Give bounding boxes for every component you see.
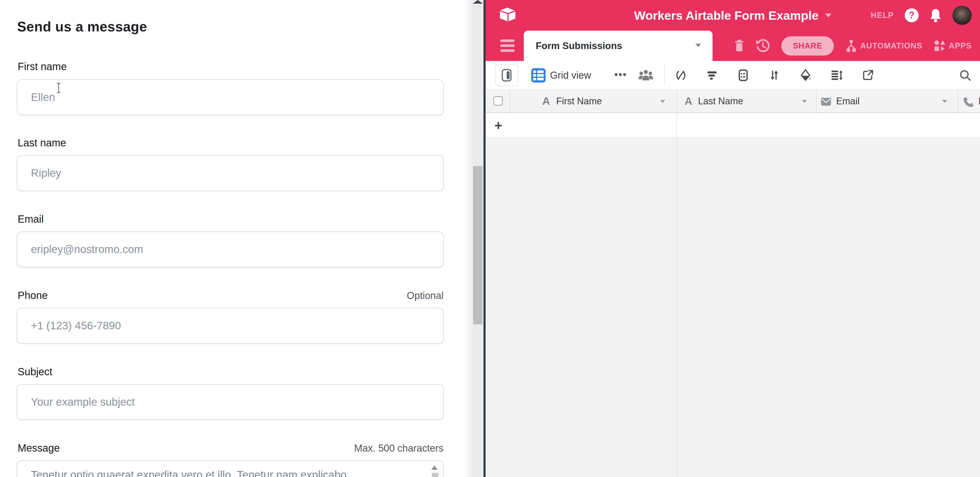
last-name-input[interactable] bbox=[17, 155, 444, 191]
row-height-icon[interactable] bbox=[830, 69, 843, 81]
column-caret-down-icon[interactable] bbox=[942, 100, 947, 103]
group-icon[interactable] bbox=[737, 69, 749, 81]
airtable-tabbar: Form Submissions SHARE bbox=[485, 31, 980, 61]
table-tab-form-submissions[interactable]: Form Submissions bbox=[524, 31, 713, 61]
filter-icon[interactable] bbox=[706, 69, 718, 81]
apps-icon bbox=[934, 40, 946, 52]
first-name-label: First name bbox=[18, 61, 67, 73]
notifications-bell-icon[interactable] bbox=[930, 8, 942, 22]
grid-view-icon[interactable] bbox=[531, 68, 546, 82]
textarea-scroll-up-icon[interactable] bbox=[431, 466, 438, 470]
hide-fields-icon[interactable] bbox=[675, 69, 687, 81]
form-heading: Send us a message bbox=[17, 19, 147, 35]
user-avatar[interactable] bbox=[953, 6, 972, 25]
column-header-email[interactable]: Email bbox=[836, 90, 859, 113]
grid-empty-area bbox=[485, 139, 980, 477]
subject-label: Subject bbox=[18, 366, 52, 377]
message-textarea[interactable]: Tenetur optio quaerat expedita vero et i… bbox=[17, 460, 444, 477]
subject-input[interactable] bbox=[17, 384, 444, 420]
form-window: Send us a message First name Last name E… bbox=[0, 0, 463, 477]
email-field-type-icon bbox=[821, 98, 832, 106]
history-icon[interactable] bbox=[756, 39, 770, 53]
title-caret-down-icon bbox=[825, 14, 832, 17]
table-caret-down-icon bbox=[695, 44, 701, 47]
phone-label: Phone bbox=[18, 290, 48, 301]
search-icon[interactable] bbox=[959, 69, 972, 82]
airtable-topbar: Workers Airtable Form Example HELP ? bbox=[485, 0, 980, 31]
grid-column-header-row: A First Name A Last Name Email Phone bbox=[485, 90, 980, 113]
left-window-scrollbar[interactable] bbox=[472, 0, 484, 477]
ibeam-cursor-icon bbox=[57, 82, 61, 93]
help-button[interactable]: HELP bbox=[871, 11, 894, 20]
text-field-type-icon: A bbox=[684, 90, 692, 113]
sort-icon[interactable] bbox=[768, 69, 781, 81]
message-text: Tenetur optio quaerat expedita vero et i… bbox=[31, 469, 415, 477]
column-header-phone[interactable]: Phone bbox=[978, 90, 980, 113]
panel-toggle-icon bbox=[502, 69, 512, 81]
color-icon[interactable] bbox=[799, 69, 812, 81]
grid-frozen-column-divider bbox=[676, 113, 677, 477]
first-name-input[interactable] bbox=[17, 79, 444, 115]
left-window-scrollbar-thumb[interactable] bbox=[473, 166, 482, 325]
view-options-ellipsis-button[interactable]: ••• bbox=[614, 61, 627, 88]
phone-optional-hint: Optional bbox=[407, 290, 444, 301]
table-tab-label: Form Submissions bbox=[536, 31, 622, 61]
email-input[interactable] bbox=[17, 231, 444, 267]
text-field-type-icon: A bbox=[542, 90, 550, 113]
page-gutter bbox=[463, 0, 472, 477]
view-name-label[interactable]: Grid view bbox=[550, 61, 591, 90]
share-button[interactable]: SHARE bbox=[781, 36, 834, 55]
view-toolbar: Grid view ••• bbox=[485, 61, 980, 90]
last-name-label: Last name bbox=[18, 137, 66, 149]
select-all-checkbox[interactable] bbox=[493, 96, 503, 106]
trash-icon[interactable] bbox=[734, 40, 745, 52]
window-divider bbox=[484, 0, 485, 477]
automations-button[interactable]: AUTOMATIONS bbox=[845, 39, 922, 53]
email-label: Email bbox=[18, 213, 44, 225]
add-record-row[interactable]: + bbox=[485, 113, 980, 138]
open-view-icon[interactable] bbox=[862, 69, 874, 81]
column-caret-down-icon[interactable] bbox=[660, 100, 665, 103]
view-sidebar-toggle-button[interactable] bbox=[495, 64, 518, 86]
column-header-first-name[interactable]: First Name bbox=[556, 90, 602, 113]
scrollbar-top-arrow-icon[interactable] bbox=[473, 0, 483, 4]
automations-icon bbox=[845, 39, 857, 53]
message-label: Message bbox=[18, 442, 60, 454]
column-caret-down-icon[interactable] bbox=[802, 100, 807, 103]
hamburger-menu-icon[interactable] bbox=[500, 40, 515, 52]
airtable-window: Workers Airtable Form Example HELP ? For… bbox=[485, 0, 980, 477]
apps-button[interactable]: APPS bbox=[934, 40, 972, 52]
help-circle-icon[interactable]: ? bbox=[905, 8, 919, 22]
base-title: Workers Airtable Form Example bbox=[634, 8, 818, 22]
collaborators-icon[interactable] bbox=[638, 69, 653, 82]
textarea-scrollbar-thumb[interactable] bbox=[432, 473, 439, 477]
column-header-last-name[interactable]: Last Name bbox=[698, 90, 743, 113]
toolbar-divider bbox=[664, 65, 665, 86]
add-record-plus-icon[interactable]: + bbox=[495, 113, 502, 138]
message-max-hint: Max. 500 characters bbox=[354, 443, 444, 454]
phone-field-type-icon bbox=[963, 96, 974, 108]
phone-input[interactable] bbox=[17, 308, 444, 344]
